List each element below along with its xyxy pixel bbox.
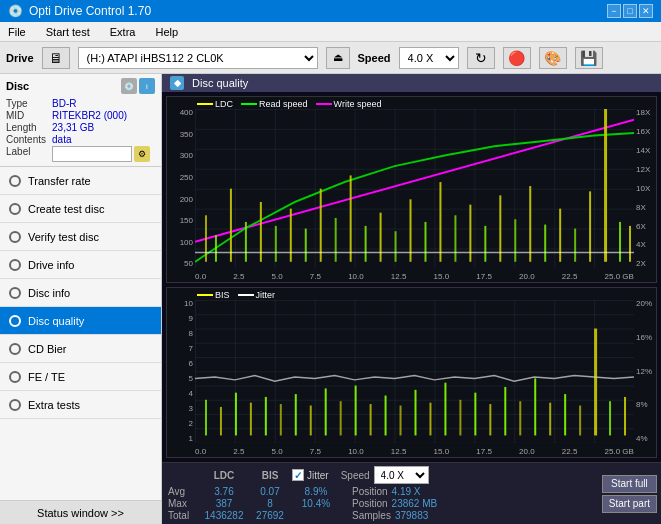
stats-total-row: Total 1436282 27692 Samples 379883 [168, 510, 592, 521]
y-label-200: 200 [180, 196, 193, 204]
burn-icon-btn[interactable]: 🔴 [503, 47, 531, 69]
speed-select-stats[interactable]: 4.0 X [374, 466, 429, 484]
svg-rect-48 [444, 383, 446, 436]
settings-icon-btn[interactable]: 🎨 [539, 47, 567, 69]
svg-rect-1 [205, 215, 207, 261]
quality-header: ◆ Disc quality [162, 74, 661, 92]
max-bis: 8 [252, 498, 288, 509]
menu-start-test[interactable]: Start test [42, 24, 94, 40]
status-window-label: Status window >> [37, 507, 124, 519]
svg-rect-51 [489, 405, 491, 436]
nav-label-drive-info: Drive info [28, 259, 74, 271]
y-label-150: 150 [180, 217, 193, 225]
chart2-y-axis-right: 20% 16% 12% 8% 4% [634, 300, 656, 443]
read-icon-btn[interactable]: ↻ [467, 47, 495, 69]
svg-rect-18 [454, 215, 456, 261]
svg-rect-42 [355, 386, 357, 436]
svg-rect-16 [424, 222, 426, 262]
max-label: Max [168, 498, 196, 509]
svg-rect-40 [325, 389, 327, 436]
menu-file[interactable]: File [4, 24, 30, 40]
svg-rect-54 [534, 379, 536, 436]
chart2-legend: BIS Jitter [197, 290, 275, 300]
fe-te-icon [8, 370, 22, 384]
legend-jitter-label: Jitter [256, 290, 276, 300]
svg-rect-52 [504, 387, 506, 435]
svg-rect-55 [549, 403, 551, 436]
nav-items: Transfer rate Create test disc Verify te… [0, 167, 161, 500]
y-label-50: 50 [184, 260, 193, 268]
maximize-button[interactable]: □ [623, 4, 637, 18]
quality-icon: ◆ [170, 76, 184, 90]
svg-rect-37 [280, 405, 282, 436]
drive-select[interactable]: (H:) ATAPI iHBS112 2 CL0K [78, 47, 318, 69]
disc-header: Disc 💿 i [6, 78, 155, 94]
speed-select[interactable]: 4.0 X [399, 47, 459, 69]
app-icon: 💿 [8, 4, 23, 18]
sidebar-item-disc-quality[interactable]: Disc quality [0, 307, 161, 335]
start-full-button[interactable]: Start full [602, 475, 657, 493]
label-input[interactable] [52, 146, 132, 162]
chart2-svg [195, 300, 634, 443]
svg-rect-35 [250, 403, 252, 436]
close-button[interactable]: ✕ [639, 4, 653, 18]
svg-rect-7 [290, 209, 292, 262]
sidebar-item-drive-info[interactable]: Drive info [0, 251, 161, 279]
svg-rect-38 [295, 395, 297, 436]
type-value: BD-R [52, 98, 155, 109]
sidebar-item-transfer-rate[interactable]: Transfer rate [0, 167, 161, 195]
avg-ldc: 3.76 [200, 486, 248, 497]
disc-icon2[interactable]: i [139, 78, 155, 94]
yr-12x: 12X [636, 166, 650, 174]
title-bar: 💿 Opti Drive Control 1.70 − □ ✕ [0, 0, 661, 22]
content-area: ◆ Disc quality LDC Read speed [162, 74, 661, 524]
menu-help[interactable]: Help [151, 24, 182, 40]
start-part-button[interactable]: Start part [602, 495, 657, 513]
sidebar-item-create-test-disc[interactable]: Create test disc [0, 195, 161, 223]
jitter-label: Jitter [307, 470, 329, 481]
stats-avg-row: Avg 3.76 0.07 8.9% Position 4.19 X [168, 486, 592, 497]
samples-val: 379883 [395, 510, 428, 521]
svg-rect-30 [629, 226, 631, 262]
sidebar-item-extra-tests[interactable]: Extra tests [0, 391, 161, 419]
jitter-color [238, 294, 254, 296]
svg-rect-59 [609, 402, 611, 436]
avg-label: Avg [168, 486, 196, 497]
disc-panel: Disc 💿 i Type BD-R MID RITEKBR2 (000) Le… [0, 74, 161, 167]
length-label: Length [6, 122, 46, 133]
label-btn[interactable]: ⚙ [134, 146, 150, 162]
checkmark-icon: ✓ [294, 470, 302, 481]
svg-rect-44 [385, 396, 387, 436]
legend-read-speed-label: Read speed [259, 99, 308, 109]
create-test-disc-icon [8, 202, 22, 216]
nav-label-extra-tests: Extra tests [28, 399, 80, 411]
sidebar-item-cd-bier[interactable]: CD Bier [0, 335, 161, 363]
yr-8x: 8X [636, 204, 646, 212]
drive-info-icon [8, 258, 22, 272]
minimize-button[interactable]: − [607, 4, 621, 18]
svg-rect-11 [350, 175, 352, 261]
sidebar-item-disc-info[interactable]: Disc info [0, 279, 161, 307]
status-window-button[interactable]: Status window >> [0, 500, 161, 524]
samples-header: Samples [352, 510, 391, 521]
disc-info-icon [8, 286, 22, 300]
chart-bis: BIS Jitter 10 9 8 7 6 5 4 [166, 287, 657, 458]
chart-ldc: LDC Read speed Write speed 400 350 [166, 96, 657, 283]
yr-6x: 6X [636, 223, 646, 231]
svg-rect-22 [514, 219, 516, 262]
sidebar-item-fe-te[interactable]: FE / TE [0, 363, 161, 391]
charts-area: LDC Read speed Write speed 400 350 [162, 92, 661, 462]
sidebar-item-verify-test-disc[interactable]: Verify test disc [0, 223, 161, 251]
svg-rect-56 [564, 395, 566, 436]
position-label: Position [352, 486, 388, 497]
svg-rect-2 [215, 235, 217, 262]
eject-button[interactable]: ⏏ [326, 47, 350, 69]
title-bar-left: 💿 Opti Drive Control 1.70 [8, 4, 151, 18]
jitter-checkbox[interactable]: ✓ [292, 469, 304, 481]
stats-max-row: Max 387 8 10.4% Position 23862 MB [168, 498, 592, 509]
save-icon-btn[interactable]: 💾 [575, 47, 603, 69]
svg-rect-27 [589, 191, 591, 261]
svg-rect-13 [380, 213, 382, 262]
menu-extra[interactable]: Extra [106, 24, 140, 40]
svg-rect-28 [604, 109, 607, 262]
